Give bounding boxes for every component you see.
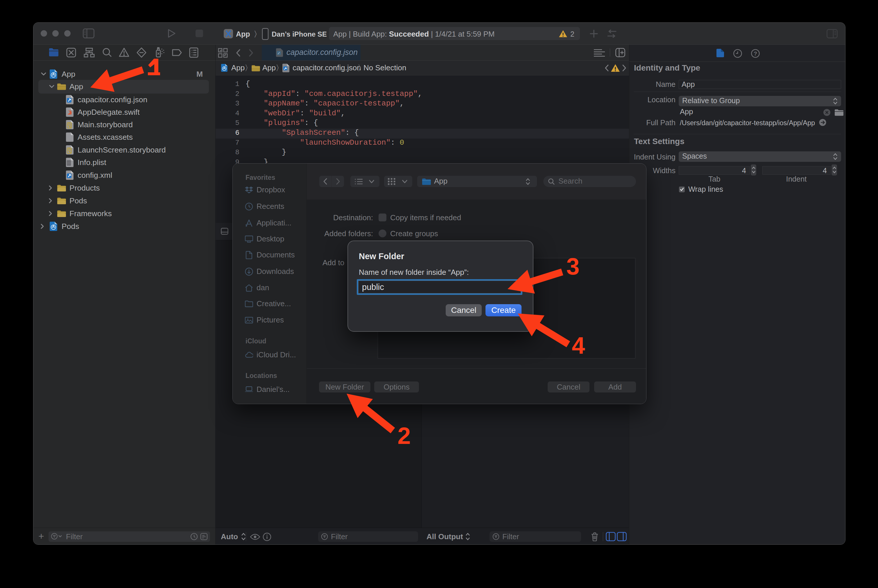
svg-text:3: 3: [566, 253, 579, 279]
svg-text:2: 2: [398, 422, 411, 449]
svg-text:4: 4: [572, 332, 585, 358]
